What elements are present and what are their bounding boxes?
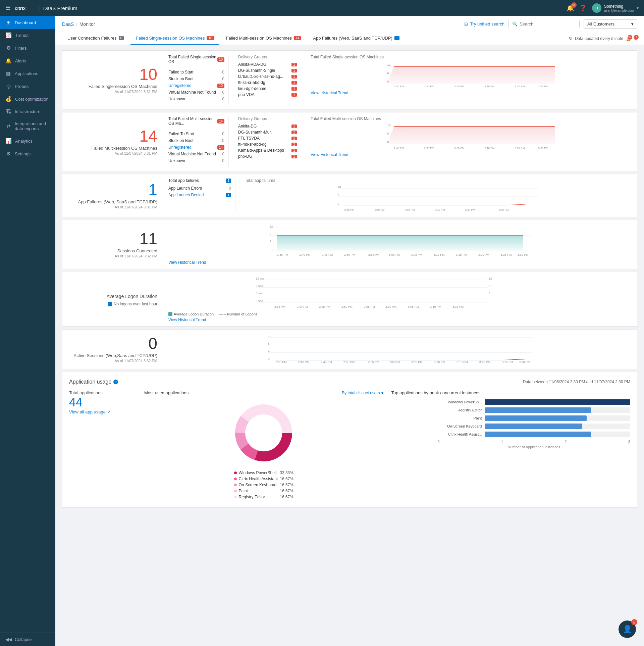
af-row-launch-denied[interactable]: App Launch Denied 1 xyxy=(168,192,231,198)
sidebar-item-probes[interactable]: ◎ Probes xyxy=(0,80,55,93)
breadcrumb-parent[interactable]: DaaS xyxy=(62,21,74,27)
alert-icon-1[interactable]: 🔔 54 xyxy=(626,36,631,41)
fss-row-unregistered[interactable]: Unregistered 10 xyxy=(168,82,224,89)
fss-dg-row-5: kiru-dg2-denme 1 xyxy=(238,86,297,92)
x-label-3: 3 xyxy=(628,440,630,444)
legend-item-5: Registry Editor 16.67% xyxy=(234,495,293,499)
fms-dg-c6: 1 xyxy=(291,155,297,158)
sidebar-item-infrastructure[interactable]: 🏗 Infrastructure xyxy=(0,105,55,118)
fss-dg-label-5: kiru-dg2-denme xyxy=(238,86,266,91)
trends-icon: 📈 xyxy=(5,32,12,38)
sidebar-item-alerts[interactable]: 🔔 Alerts xyxy=(0,54,55,67)
fss-dg-label-1: Ankita-VDA-DG xyxy=(238,62,266,67)
fms-dg-l3: FTL TSVDA xyxy=(238,136,260,141)
failed-single-session-types: Total Failed Single-session OS ... 10 Fa… xyxy=(168,55,229,105)
view-all-app-usage-link[interactable]: View all app usage ↗ xyxy=(69,409,136,414)
fms-label-4: Virtual Machine Not Found xyxy=(168,152,216,156)
customers-dropdown[interactable]: All Customers ▾ xyxy=(584,19,637,29)
svg-text:3:00 PM: 3:00 PM xyxy=(454,147,465,150)
fms-metric-left: 14 Failed Multi-session OS Machines As o… xyxy=(62,112,163,171)
search-box[interactable]: 🔍 xyxy=(508,20,580,28)
logon-chart-wrapper: 12 sec 8 sec 4 sec 0 sec 2:35 PM 2:40 PM… xyxy=(168,276,632,311)
fms-types: Total Failed Multi-session OS Ma... 14 F… xyxy=(168,116,229,167)
fms-dg-c2: 1 xyxy=(291,131,297,134)
sidebar-item-dashboard[interactable]: ⊞ Dashboard xyxy=(0,16,55,29)
app-usage-info-icon[interactable]: ? xyxy=(113,380,118,384)
infrastructure-icon: 🏗 xyxy=(5,109,11,114)
sessions-metric-left: 11 Sessions Connected As of 11/07/2024 3… xyxy=(62,220,163,269)
user-menu[interactable]: U Something user@example.com ▾ xyxy=(592,3,639,13)
sidebar-label-settings: Settings xyxy=(15,151,31,156)
total-apps-count: 44 xyxy=(69,395,136,409)
x-label-1: 1 xyxy=(501,440,503,444)
sidebar-item-settings[interactable]: ⚙ Settings xyxy=(0,147,55,160)
fss-row-list: Failed to Start 0 Stuck on Boot 0 Unregi… xyxy=(168,66,224,105)
fss-label-vm-not-found: Virtual Machine Not Found xyxy=(168,90,216,95)
svg-text:3:05 PM: 3:05 PM xyxy=(411,253,422,256)
breadcrumb-current: Monitor xyxy=(79,21,95,27)
sidebar-label-alerts: Alerts xyxy=(15,58,26,63)
fss-dg-row-4: ftl-ss-sr-abd-dg 1 xyxy=(238,80,297,86)
fss-dg-row-2: DG-Sushanth-Single 1 xyxy=(238,67,297,73)
fss-dg-row-1: Ankita-VDA-DG 1 xyxy=(238,61,297,67)
failed-single-session-date: As of 11/07/2024 3:31 PM xyxy=(115,90,157,94)
logon-view-trend[interactable]: View Historical Trend xyxy=(168,317,632,322)
svg-text:0 sec: 0 sec xyxy=(256,299,263,303)
refresh-icon[interactable]: ↻ xyxy=(569,36,572,41)
app-usage-section: Application usage ? Data between 11/06/2… xyxy=(62,372,637,508)
fms-row-3[interactable]: Unregistered 14 xyxy=(168,144,224,151)
sidebar-label-integrations: Integrations and data exports xyxy=(15,121,50,131)
notification-bell[interactable]: 🔔 51 xyxy=(567,4,574,12)
tab-app-failures[interactable]: App Failures (Web, SaaS and TCP/UDP) 1 xyxy=(308,32,405,45)
unified-search-label: Try unified search xyxy=(470,21,504,27)
legend-pct-4: 16.67% xyxy=(280,489,293,493)
tab-failed-multi-session[interactable]: Failed Multi-session OS Machines 14 xyxy=(221,32,307,45)
sidebar-item-analytics[interactable]: 📊 Analytics xyxy=(0,135,55,147)
tab-badge-ucf: 0 xyxy=(119,36,124,40)
sidebar-collapse[interactable]: ◀◀ Collapse xyxy=(0,633,55,646)
sidebar-item-filters[interactable]: ⚙ Filters xyxy=(0,42,55,54)
sidebar-item-cost-optimization[interactable]: 💰 Cost optimization xyxy=(0,93,55,105)
fms-dg-title: Delivery Groups xyxy=(238,116,297,121)
tab-user-connection-failures[interactable]: User Connection Failures 0 xyxy=(62,32,129,45)
fms-total-count: 14 xyxy=(217,119,224,123)
search-input[interactable] xyxy=(520,21,576,27)
legend-pct-5: 16.67% xyxy=(280,495,293,499)
sort-label: By total distinct users xyxy=(342,391,380,395)
svg-text:2:50 PM: 2:50 PM xyxy=(424,147,434,150)
fss-label-failed-to-start: Failed to Start xyxy=(168,70,194,74)
hamburger-menu[interactable]: ☰ xyxy=(5,4,11,12)
tab-failed-single-session[interactable]: Failed Single-session OS Machines 10 xyxy=(130,32,219,45)
svg-text:3:05 PM: 3:05 PM xyxy=(408,305,419,308)
svg-text:2:40 PM: 2:40 PM xyxy=(297,305,308,308)
sessions-view-trend[interactable]: View Historical Trend xyxy=(168,260,632,265)
info-icon[interactable]: i xyxy=(108,302,112,306)
help-button[interactable]: ❓ xyxy=(579,4,587,12)
fms-view-trend[interactable]: View Historical Trend xyxy=(311,152,632,157)
bar-label-3: Paint xyxy=(438,416,482,420)
x-axis-labels: 0 1 2 3 xyxy=(391,440,631,444)
fss-view-trend[interactable]: View Historical Trend xyxy=(311,91,632,95)
tab-label-fss: Failed Single-session OS Machines xyxy=(136,36,205,41)
svg-text:3:15 PM: 3:15 PM xyxy=(456,253,467,256)
failed-single-session-panel: 10 Failed Single-session OS Machines As … xyxy=(62,50,637,109)
sidebar-item-applications[interactable]: ▦ Applications xyxy=(0,67,55,80)
unified-search-button[interactable]: ⊞ Try unified search xyxy=(464,21,504,27)
active-sessions-panel: 0 Active Sessions (Web,Saas and TCP/UDP)… xyxy=(62,329,637,369)
sessions-right: 12 8 4 0 2:35 PM 2:40 PM 2:45 PM 2:50 PM… xyxy=(163,220,637,269)
data-update-text: ↻ Data updated every minute 🔔 54 ⚠ 1 xyxy=(569,36,637,41)
svg-text:3:30 PM: 3:30 PM xyxy=(518,253,529,256)
legend-logons-label: Number of Logons xyxy=(227,312,258,316)
alert-icon-2[interactable]: ⚠ 1 xyxy=(634,36,637,41)
sidebar-item-integrations[interactable]: ⇄ Integrations and data exports xyxy=(0,118,55,135)
unified-search-icon: ⊞ xyxy=(464,21,468,27)
fss-chart-svg: 12 6 0 2:40 PM 2:50 PM 3:00 PM 3:10 PM 3… xyxy=(311,61,632,88)
svg-text:8 sec: 8 sec xyxy=(256,284,263,288)
floating-action-badge[interactable]: 👤 6 xyxy=(619,620,636,638)
sidebar-item-trends[interactable]: 📈 Trends xyxy=(0,29,55,42)
svg-text:2:55 PM: 2:55 PM xyxy=(364,305,375,308)
svg-text:2:35 PM: 2:35 PM xyxy=(274,305,285,308)
svg-text:0: 0 xyxy=(489,299,490,303)
sort-select[interactable]: By total distinct users ▾ xyxy=(342,391,383,395)
legend-duration-label: Average Logon Duration xyxy=(174,312,214,316)
